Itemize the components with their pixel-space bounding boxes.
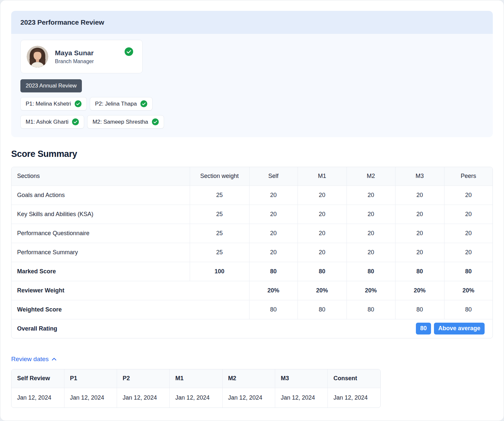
section-cell: Performance Summary — [12, 243, 190, 262]
check-circle-icon — [140, 100, 147, 107]
employee-card: Maya Sunar Branch Manager — [20, 40, 143, 73]
date-cell: Jan 12, 2024 — [222, 388, 275, 408]
performance-review-page: 2023 Performance Review — [0, 0, 504, 421]
section-cell: Marked Score — [12, 262, 190, 281]
review-header-panel: 2023 Performance Review — [11, 11, 493, 137]
table-row: Performance Summary 25 20 20 20 20 20 — [12, 243, 492, 262]
col-header-m3: M3 — [395, 167, 444, 186]
date-col-m1: M1 — [170, 369, 222, 388]
reviewer-chip-m2: M2: Sameep Shrestha — [87, 115, 164, 129]
score-cell-m3: 20 — [395, 205, 444, 224]
date-col-consent: Consent — [328, 369, 380, 388]
date-col-p1: P1 — [64, 369, 117, 388]
date-col-m2: M2 — [222, 369, 275, 388]
date-cell: Jan 12, 2024 — [64, 388, 117, 408]
score-cell-peers: 20 — [444, 205, 492, 224]
employee-role: Branch Manager — [55, 59, 94, 64]
reviewer-chip-label: M1: Ashok Gharti — [26, 119, 68, 125]
reviewer-chip-row: M1: Ashok Gharti M2: Sameep Shrestha — [20, 115, 484, 129]
score-cell-peers: 80 — [444, 300, 492, 319]
review-header-titlebar: 2023 Performance Review — [11, 11, 493, 34]
review-dates-label: Review dates — [11, 356, 49, 363]
score-summary-title: Score Summary — [11, 149, 493, 159]
overall-score-badge: 80 — [416, 323, 431, 334]
overall-rating-cell: Overall Rating 80 Above average — [12, 319, 492, 338]
score-cell-m2: 20 — [347, 224, 395, 243]
section-cell: Performance Questionnaire — [12, 224, 190, 243]
score-cell-m1: 20% — [298, 281, 347, 300]
col-header-m1: M1 — [298, 167, 347, 186]
weight-cell: 25 — [190, 205, 249, 224]
score-cell-m2: 20 — [347, 186, 395, 205]
score-cell-self: 20 — [249, 205, 298, 224]
score-cell-m2: 80 — [347, 262, 395, 281]
weight-cell: 25 — [190, 186, 249, 205]
score-cell-self: 20 — [249, 243, 298, 262]
date-cell: Jan 12, 2024 — [12, 388, 64, 408]
reviewer-weight-row: Reviewer Weight 20% 20% 20% 20% 20% — [12, 281, 492, 300]
col-header-section-weight: Section weight — [190, 167, 249, 186]
score-cell-m1: 20 — [298, 224, 347, 243]
score-cell-m1: 20 — [298, 205, 347, 224]
weight-cell: 25 — [190, 224, 249, 243]
review-header-body: Maya Sunar Branch Manager 2023 Annual Re… — [11, 34, 493, 137]
table-row: Jan 12, 2024 Jan 12, 2024 Jan 12, 2024 J… — [12, 388, 380, 408]
score-cell-m3: 20% — [395, 281, 444, 300]
score-cell-m3: 80 — [395, 300, 444, 319]
table-header-row: Sections Section weight Self M1 M2 M3 Pe… — [12, 167, 492, 186]
reviewer-chip-row: P1: Melina Kshetri P2: Jelina Thapa — [20, 97, 484, 111]
score-cell-m1: 80 — [298, 262, 347, 281]
reviewer-chip-p2: P2: Jelina Thapa — [90, 97, 153, 111]
overall-rating-label: Overall Rating — [17, 325, 57, 332]
overall-rating-badges: 80 Above average — [416, 323, 485, 334]
section-cell: Goals and Actions — [12, 186, 190, 205]
page-title: 2023 Performance Review — [20, 18, 484, 26]
score-cell-self: 20 — [249, 186, 298, 205]
verified-check-icon — [125, 47, 133, 56]
reviewer-chip-p1: P1: Melina Kshetri — [20, 97, 87, 111]
weighted-score-row: Weighted Score 80 80 80 80 80 — [12, 300, 492, 319]
check-circle-icon — [75, 100, 82, 107]
marked-score-row: Marked Score 100 80 80 80 80 80 — [12, 262, 492, 281]
table-row: Performance Questionnaire 25 20 20 20 20… — [12, 224, 492, 243]
score-cell-peers: 20 — [444, 186, 492, 205]
check-circle-icon — [152, 118, 159, 125]
col-header-m2: M2 — [347, 167, 395, 186]
date-col-m3: M3 — [275, 369, 327, 388]
chevron-up-icon — [52, 358, 57, 361]
check-circle-icon — [72, 118, 79, 125]
score-cell-m3: 20 — [395, 186, 444, 205]
score-cell-peers: 20% — [444, 281, 492, 300]
date-col-p2: P2 — [117, 369, 170, 388]
weight-cell: 25 — [190, 243, 249, 262]
score-cell-peers: 20 — [444, 243, 492, 262]
score-cell-m2: 20 — [347, 205, 395, 224]
date-col-self-review: Self Review — [12, 369, 64, 388]
main-content: Score Summary Sections Section weight Se… — [0, 149, 504, 421]
table-row: Goals and Actions 25 20 20 20 20 20 — [12, 186, 492, 205]
review-dates-table: Self Review P1 P2 M1 M2 M3 Consent Jan 1… — [11, 369, 381, 408]
score-cell-self: 80 — [249, 300, 298, 319]
reviewer-chip-m1: M1: Ashok Gharti — [20, 115, 84, 129]
score-cell-m3: 20 — [395, 224, 444, 243]
weight-cell: 100 — [190, 262, 249, 281]
score-cell-self: 20 — [249, 224, 298, 243]
score-cell-m1: 20 — [298, 186, 347, 205]
score-cell-m1: 80 — [298, 300, 347, 319]
score-summary-table: Sections Section weight Self M1 M2 M3 Pe… — [11, 167, 493, 338]
review-dates-toggle[interactable]: Review dates — [11, 356, 57, 363]
overall-rating-badge: Above average — [434, 323, 485, 334]
employee-info: Maya Sunar Branch Manager — [55, 49, 94, 64]
section-cell: Reviewer Weight — [12, 281, 249, 300]
score-cell-peers: 20 — [444, 224, 492, 243]
table-header-row: Self Review P1 P2 M1 M2 M3 Consent — [12, 369, 380, 388]
date-cell: Jan 12, 2024 — [170, 388, 222, 408]
score-cell-m1: 20 — [298, 243, 347, 262]
col-header-peers: Peers — [444, 167, 492, 186]
col-header-sections: Sections — [12, 167, 190, 186]
score-cell-m2: 20% — [347, 281, 395, 300]
section-cell: Key Skills and Abilities (KSA) — [12, 205, 190, 224]
employee-name: Maya Sunar — [55, 49, 94, 57]
score-cell-peers: 80 — [444, 262, 492, 281]
table-row: Key Skills and Abilities (KSA) 25 20 20 … — [12, 205, 492, 224]
